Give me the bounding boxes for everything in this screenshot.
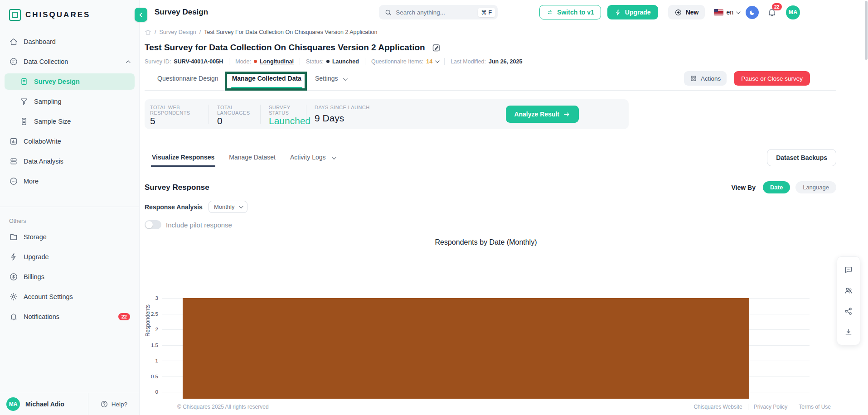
- analysis-period-value: Monthly: [214, 203, 235, 210]
- sidebar-item-label: Survey Design: [34, 78, 80, 85]
- collaborators-button[interactable]: [840, 281, 857, 299]
- mode-value[interactable]: Longitudinal: [260, 58, 294, 65]
- view-by-language-button[interactable]: Language: [795, 181, 836, 193]
- survey-title-row: Test Survey for Data Collection On Chisq…: [145, 43, 836, 53]
- sidebar-item-label: CollaboWrite: [24, 138, 61, 145]
- copyright: © Chisquares 2025 All rights reserved: [177, 404, 269, 410]
- analyze-result-button[interactable]: Analyze Result: [506, 106, 579, 123]
- comments-button[interactable]: [840, 261, 857, 279]
- sidebar-item-data-collection[interactable]: Data Collection: [5, 53, 135, 70]
- dollar-icon: [9, 272, 18, 281]
- switch-to-v1-button[interactable]: Switch to v1: [539, 5, 601, 19]
- help-button[interactable]: Help?: [88, 393, 139, 415]
- include-pilot-toggle[interactable]: [145, 220, 161, 229]
- sidebar-item-data-analysis[interactable]: Data Analysis: [5, 153, 135, 169]
- footer-link-terms[interactable]: Terms of Use: [793, 404, 836, 410]
- sidebar-collapse-button[interactable]: [135, 8, 147, 22]
- breadcrumb-item-current: Test Survey For Data Collection On Chisq…: [204, 29, 377, 35]
- survey-meta-row: Survey ID: SURV-4001A-005H Mode: Longitu…: [145, 58, 836, 65]
- notifications-bell[interactable]: 22: [767, 7, 777, 17]
- share-button[interactable]: [840, 302, 857, 320]
- folder-icon: [9, 232, 18, 241]
- subtab-activity-logs[interactable]: Activity Logs: [289, 149, 336, 167]
- mode-label: Mode:: [235, 58, 251, 65]
- tab-settings[interactable]: Settings: [314, 71, 347, 88]
- footer-link-privacy[interactable]: Privacy Policy: [748, 404, 793, 410]
- sidebar-divider: [0, 207, 139, 207]
- status-dot: [326, 60, 330, 63]
- breadcrumb-item[interactable]: Survey Design: [159, 29, 196, 35]
- toggle-knob: [145, 221, 153, 228]
- sidebar-item-collabowrite[interactable]: CollaboWrite: [5, 133, 135, 150]
- global-search[interactable]: ⌘ F: [379, 5, 498, 19]
- stat-value: Launched: [269, 116, 306, 126]
- view-by-date-button[interactable]: Date: [763, 181, 790, 193]
- sidebar-item-survey-design[interactable]: Survey Design: [5, 73, 135, 90]
- app-root: CHISQUARES Dashboard Data Collection Sur…: [0, 0, 868, 415]
- pause-or-close-survey-button[interactable]: Pause or Close survey: [734, 71, 810, 86]
- sidebar-item-label: Sampling: [34, 98, 61, 105]
- chevron-down-icon: [435, 58, 440, 63]
- home-icon[interactable]: [145, 29, 151, 35]
- sidebar-item-upgrade[interactable]: Upgrade: [5, 249, 135, 265]
- funnel-icon: [19, 97, 29, 106]
- actions-button[interactable]: Actions: [684, 71, 727, 86]
- new-label: New: [686, 9, 699, 16]
- us-flag-icon: [714, 9, 723, 15]
- sidebar-item-label: Upgrade: [24, 253, 49, 261]
- notification-count-badge: 22: [772, 3, 782, 10]
- analysis-period-select[interactable]: Monthly: [209, 201, 248, 213]
- footer-link-website[interactable]: Chisquares Website: [688, 404, 747, 410]
- lightning-icon: [615, 9, 621, 16]
- tab-manage-collected-data[interactable]: Manage Collected Data: [231, 71, 302, 88]
- sidebar-item-billings[interactable]: Billings: [5, 269, 135, 285]
- sidebar-item-more[interactable]: More: [5, 173, 135, 189]
- new-button[interactable]: New: [668, 5, 705, 19]
- brand-logo[interactable]: CHISQUARES: [0, 0, 139, 21]
- server-icon: [9, 157, 18, 166]
- user-profile[interactable]: MA Michael Adio: [0, 393, 88, 415]
- chevron-down-icon: [736, 10, 741, 14]
- view-by-label: View By: [732, 184, 756, 191]
- edit-title-icon[interactable]: [432, 43, 441, 53]
- survey-response-heading: Survey Response: [145, 183, 209, 192]
- dark-mode-toggle[interactable]: [746, 6, 759, 19]
- chart-bar[interactable]: [183, 298, 749, 399]
- sidebar-item-account-settings[interactable]: Account Settings: [5, 289, 135, 305]
- sidebar-item-storage[interactable]: Storage: [5, 229, 135, 245]
- sidebar-item-dashboard[interactable]: Dashboard: [5, 34, 135, 50]
- dataset-backups-button[interactable]: Dataset Backups: [767, 149, 836, 166]
- sidebar-item-sampling[interactable]: Sampling: [5, 93, 135, 110]
- chevron-up-icon[interactable]: [127, 58, 130, 65]
- questionnaire-items[interactable]: Questionnaire Items: 14: [371, 58, 438, 65]
- survey-id-value: SURV-4001A-005H: [174, 58, 223, 65]
- user-avatar[interactable]: MA: [786, 5, 800, 19]
- tab-questionnaire-design[interactable]: Questionnaire Design: [156, 71, 219, 88]
- sidebar-item-sample-size[interactable]: Sample Size: [5, 113, 135, 130]
- sidebar-item-notifications[interactable]: Notifications 22: [5, 309, 135, 325]
- avatar: MA: [6, 397, 20, 411]
- subtab-label: Activity Logs: [290, 154, 326, 161]
- survey-status: Status: Launched: [306, 58, 359, 65]
- scrollbar-thumb[interactable]: [865, 1, 868, 60]
- survey-id: Survey ID: SURV-4001A-005H: [145, 58, 223, 65]
- moon-icon: [749, 9, 756, 16]
- subtab-visualize-responses[interactable]: Visualize Responses: [151, 149, 215, 167]
- upgrade-button[interactable]: Upgrade: [607, 5, 658, 19]
- language-selector[interactable]: en: [714, 9, 739, 16]
- stat-survey-status: SURVEY STATUS Launched: [260, 105, 306, 124]
- last-modified-label: Last Modified:: [451, 58, 486, 65]
- upgrade-label: Upgrade: [625, 9, 651, 16]
- y-tick: 3: [145, 295, 158, 301]
- search-input[interactable]: [396, 9, 474, 16]
- download-button[interactable]: [840, 323, 857, 341]
- chevron-down-icon: [343, 76, 348, 81]
- sidebar-item-label: Dashboard: [24, 38, 56, 45]
- question-icon: [100, 400, 108, 408]
- grid-icon: [690, 75, 697, 82]
- language-code: en: [726, 9, 733, 16]
- subtab-manage-dataset[interactable]: Manage Dataset: [228, 149, 276, 167]
- stat-value: 5: [150, 116, 209, 126]
- questionnaire-items-label: Questionnaire Items:: [371, 58, 423, 65]
- chevron-left-icon: [138, 12, 144, 18]
